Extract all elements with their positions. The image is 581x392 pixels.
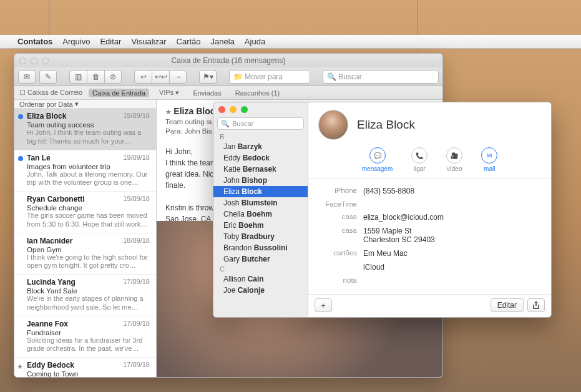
close-icon[interactable] [218,106,225,113]
message-list: Ordenar por Data ▾ Eliza Block19/09/18Te… [14,100,157,377]
mailbox-drafts[interactable]: Rascunhos (1) [232,89,284,97]
flag-button[interactable]: ⚑▾ [199,70,217,84]
app-menu[interactable]: Contatos [17,37,52,46]
menu-cartao[interactable]: Cartão [177,37,201,46]
compose-button[interactable]: ✎ [39,70,57,84]
zoom-icon[interactable] [241,106,248,113]
action-message[interactable]: 💬 mensagem [362,147,393,172]
message-row[interactable]: ★Eddy Bedock17/09/18Coming to TownHey, s… [14,358,156,377]
phone-icon: 📞 [411,147,427,164]
contacts-window: 🔍 Buscar BJan BarzykEddy BedockKatie Ber… [213,102,552,318]
action-video[interactable]: 🎥 vídeo [446,147,462,172]
archive-button[interactable]: ▥ [69,70,87,84]
field-value: 1559 Maple StCharleston SC 29403 [363,227,539,244]
contact-name: Eliza Block [357,118,415,132]
junk-button[interactable]: ⊘ [104,70,122,84]
contact-field: casa1559 Maple StCharleston SC 29403 [321,224,539,247]
message-row[interactable]: Ryan Carbonetti19/09/18Schedule changeTh… [14,192,156,233]
message-row[interactable]: Jeanne Fox17/09/18FundraiserSoliciting i… [14,316,156,358]
contact-list-item[interactable]: Eliza Block [213,186,308,197]
avatar [318,110,348,140]
unread-dot-icon [18,114,23,119]
message-date: 17/09/18 [123,278,150,285]
mailbox-inbox[interactable]: Caixa de Entrada [89,89,149,97]
field-label: casa [321,227,357,234]
message-row[interactable]: Lucinda Yang17/09/18Block Yard SaleWe're… [14,275,156,316]
contact-list-item[interactable]: Josh Blumstein [213,197,308,208]
action-call[interactable]: 📞 ligar [411,147,427,172]
zoom-icon[interactable] [42,57,49,64]
mail-search-input[interactable]: 🔍 Buscar [323,70,439,84]
message-preview: I think we're going to the high school f… [27,253,150,271]
menu-ajuda[interactable]: Ajuda [245,37,265,46]
add-contact-button[interactable]: ＋ [315,298,332,312]
message-subject: Schedule change [27,204,150,212]
mail-toolbar: ✉ ✎ ▥ 🗑 ⊘ ↩ ↩↩ → ⚑▾ 📁 Mover para 🔍 Busca… [14,67,442,86]
delete-button[interactable]: 🗑 [87,70,104,84]
forward-button[interactable]: → [169,70,187,84]
contact-list-item[interactable]: Brandon Bussolini [213,242,308,253]
message-date: 19/09/18 [123,195,150,202]
contact-list-item[interactable]: Eddy Bedock [213,152,308,164]
message-sender: Eliza Block [27,112,66,120]
menu-arquivo[interactable]: Arquivo [62,37,90,46]
contact-field: cartõesEm Meu Mac [321,247,539,260]
field-label: nota [321,277,357,284]
message-date: 19/09/18 [123,112,150,119]
contact-list-item[interactable]: Katie Bernasek [213,164,308,175]
reply-button[interactable]: ↩ [134,70,152,84]
message-subject: Team outing success [27,121,150,129]
field-label: FaceTime [321,200,357,208]
message-row[interactable]: Eliza Block19/09/18Team outing successHi… [14,109,156,150]
contact-list-item[interactable]: Gary Butcher [213,253,308,265]
share-icon [532,301,540,310]
contact-field: FaceTime [321,198,539,210]
move-to-field[interactable]: 📁 Mover para [229,70,310,84]
contact-list-item[interactable]: Toby Bradbury [213,231,308,242]
get-mail-button[interactable]: ✉ [18,70,36,84]
message-row[interactable]: Ian Macnider18/09/18Open GymI think we'r… [14,233,156,275]
message-row[interactable]: Tan Le19/09/18Images from volunteer trip… [14,150,156,192]
sort-button[interactable]: Ordenar por Data ▾ [14,100,156,109]
message-subject: Block Yard Sale [27,287,150,295]
star-icon: ★ [17,363,23,371]
contact-list-item[interactable]: Jan Barzyk [213,141,308,152]
contact-list-item[interactable]: Allison Cain [213,273,308,285]
contact-card-pane: Eliza Block 💬 mensagem 📞 ligar 🎥 vídeo ✉… [308,102,551,317]
section-header: B [213,132,308,141]
contact-list-item[interactable]: Chella Boehm [213,208,308,220]
field-value: eliza_block@icloud.com [363,213,539,222]
minimize-icon[interactable] [230,106,237,113]
video-icon: 🎥 [446,147,462,164]
contacts-list-pane: 🔍 Buscar BJan BarzykEddy BedockKatie Ber… [213,102,308,317]
mail-window-title: Caixa de Entrada (16 mensagens) [14,56,442,65]
share-button[interactable] [527,298,545,312]
contact-list-item[interactable]: Joe Calonje [213,285,308,296]
mailbox-vips[interactable]: VIPs ▾ [155,88,183,97]
menu-visualizar[interactable]: Visualizar [131,37,166,46]
message-date: 18/09/18 [123,237,150,244]
contact-list-item[interactable]: John Bishop [213,175,308,186]
minimize-icon[interactable] [31,57,37,64]
menubar: Contatos Arquivo Editar Visualizar Cartã… [0,35,581,49]
mail-icon: ✉ [481,147,497,164]
mailbox-sent[interactable]: Enviadas [189,89,225,97]
close-icon[interactable] [19,57,26,64]
menu-janela[interactable]: Janela [211,37,235,46]
field-value: Em Meu Mac [363,249,539,258]
edit-button[interactable]: Editar [491,298,524,312]
unread-dot-icon [18,156,23,161]
contacts-search-input[interactable]: 🔍 Buscar [217,117,304,130]
action-mail[interactable]: ✉ mail [481,147,497,172]
vip-star-icon[interactable] [165,108,172,115]
field-label: cartões [321,249,357,257]
section-header: C [213,265,308,273]
contact-field: casaeliza_block@icloud.com [321,210,539,224]
folder-icon: 📁 [233,72,243,81]
mailboxes-button[interactable]: ☐ Caixas de Correio [19,89,82,97]
contact-list-item[interactable]: Eric Boehm [213,220,308,231]
reply-all-button[interactable]: ↩↩ [152,70,169,84]
menu-editar[interactable]: Editar [100,37,121,46]
contacts-search-placeholder: Buscar [232,120,253,127]
search-icon: 🔍 [327,72,336,81]
